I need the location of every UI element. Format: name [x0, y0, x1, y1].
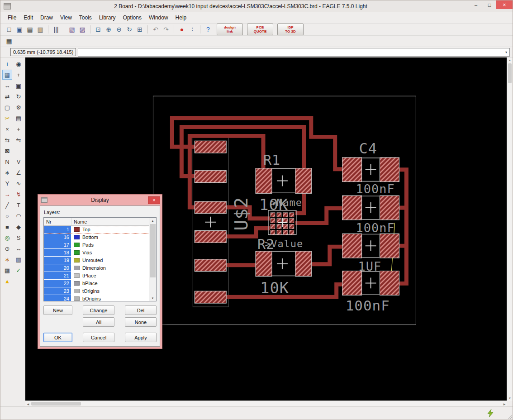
resize-grip[interactable]	[507, 414, 512, 419]
split-tool-button[interactable]: Y	[2, 178, 12, 188]
close-button[interactable]: ×	[496, 0, 513, 9]
new-button[interactable]: New	[43, 305, 72, 315]
zoom-fit-button[interactable]: ⊡	[93, 24, 103, 34]
ratsnest-tool-button[interactable]: ∗	[2, 254, 12, 264]
zoom-select-button[interactable]: ⊞	[135, 24, 145, 34]
info-tool-button[interactable]: i	[2, 59, 12, 69]
signal-tool-button[interactable]: S	[14, 233, 24, 243]
text-tool-button[interactable]: T	[14, 200, 24, 210]
none-button[interactable]: None	[125, 317, 157, 327]
zoom-in-button[interactable]: ⊕	[104, 24, 114, 34]
miter-tool-button[interactable]: ∠	[14, 167, 24, 177]
menu-item[interactable]: Tools	[76, 13, 95, 22]
palette-spacer[interactable]	[14, 146, 24, 156]
layer-row[interactable]: 20 Dimension	[44, 264, 149, 272]
drc-tool-button[interactable]: ▩	[2, 265, 12, 275]
circle-tool-button[interactable]: ○	[2, 211, 12, 221]
group-tool-button[interactable]: ▢	[2, 102, 12, 112]
mirror-tool-button[interactable]: ⇄	[2, 91, 12, 101]
move-tool-button[interactable]: ↔	[2, 81, 12, 91]
name-tool-button[interactable]: N	[2, 157, 12, 167]
layer-row[interactable]: 23 tOrigins	[44, 287, 149, 295]
via-tool-button[interactable]: ◎	[2, 233, 12, 243]
horizontal-scrollbar[interactable]: ◀ ▶	[25, 401, 507, 406]
layer-row[interactable]: 22 bPlace	[44, 280, 149, 287]
rect-tool-button[interactable]: ■	[2, 222, 12, 232]
open-board-button[interactable]: □	[4, 24, 14, 34]
display-tool-button[interactable]: ▦	[2, 70, 12, 80]
all-button[interactable]: All	[83, 317, 114, 327]
cut-tool-button[interactable]: ✂	[2, 113, 12, 123]
optimize-tool-button[interactable]: ∿	[14, 178, 24, 188]
scroll-up-icon[interactable]: ▲	[507, 57, 513, 63]
rotate-tool-button[interactable]: ↻	[14, 91, 24, 101]
sheet-preview-button[interactable]: ▧	[67, 24, 77, 34]
undo-button[interactable]: ↶	[151, 24, 161, 34]
vertical-scroll-thumb[interactable]	[508, 63, 512, 83]
arc-tool-button[interactable]: ◠	[14, 211, 24, 221]
dialog-title-bar[interactable]: Display ×	[40, 195, 160, 205]
add-tool-button[interactable]: +	[14, 124, 24, 134]
command-input[interactable]	[78, 49, 503, 55]
export-image-button[interactable]: ▥	[35, 24, 45, 34]
wire-tool-button[interactable]: ╱	[2, 200, 12, 210]
grid-button[interactable]: ▦	[4, 36, 14, 46]
idf-to-3d-button[interactable]: IDFTO 3D	[277, 24, 304, 35]
smash-tool-button[interactable]: ∗	[2, 167, 12, 177]
column-header-name[interactable]: Name	[71, 218, 149, 226]
ok-button[interactable]: OK	[43, 333, 72, 342]
layer-row[interactable]: 24 bOrigins	[44, 295, 149, 302]
layer-scroll-thumb[interactable]	[150, 224, 156, 277]
print-button[interactable]: ▤	[25, 24, 35, 34]
scroll-up-icon[interactable]: ▲	[149, 218, 156, 224]
menu-item[interactable]: Options	[119, 13, 145, 22]
layer-row[interactable]: 21 tPlace	[44, 272, 149, 280]
horizontal-scroll-thumb[interactable]	[31, 402, 81, 406]
scroll-right-icon[interactable]: ▶	[502, 401, 507, 406]
change-tool-button[interactable]: ⚙	[14, 102, 24, 112]
warning-icon[interactable]: ▲	[2, 276, 12, 286]
replace-tool-button[interactable]: ⇋	[14, 135, 24, 145]
hole-tool-button[interactable]: ⊙	[2, 243, 12, 253]
menu-item[interactable]: Edit	[20, 13, 37, 22]
menu-item[interactable]: Library	[95, 13, 119, 22]
errors-tool-button[interactable]: ✓	[14, 265, 24, 275]
go-button[interactable]: ∶	[187, 24, 197, 34]
route-tool-button[interactable]: →	[2, 189, 12, 199]
maximize-button[interactable]: □	[483, 0, 496, 9]
mark-tool-button[interactable]: +	[14, 70, 24, 80]
board-preview-button[interactable]: ▨	[77, 24, 87, 34]
zoom-out-button[interactable]: ⊖	[114, 24, 124, 34]
layer-row[interactable]: 18 Vias	[44, 249, 149, 257]
command-dropdown-icon[interactable]: ▾	[503, 50, 509, 54]
auto-tool-button[interactable]: ▥	[14, 254, 24, 264]
use-library-button[interactable]: |||	[51, 24, 61, 34]
layer-row[interactable]: 1 Top	[44, 226, 149, 234]
polygon-tool-button[interactable]: ◆	[14, 222, 24, 232]
scroll-left-icon[interactable]: ◀	[25, 401, 31, 406]
del-button[interactable]: Del	[125, 305, 157, 315]
minimize-button[interactable]: –	[469, 0, 483, 9]
pcb-quote-button[interactable]: PCBQUOTE	[247, 24, 273, 35]
show-tool-button[interactable]: ◉	[14, 59, 24, 69]
layer-list-scrollbar[interactable]: ▲ ▼	[149, 218, 156, 301]
menu-item[interactable]: Draw	[37, 13, 57, 22]
help-button[interactable]: ?	[203, 24, 213, 34]
apply-button[interactable]: Apply	[125, 333, 157, 342]
ripup-tool-button[interactable]: ↯	[14, 189, 24, 199]
dialog-close-button[interactable]: ×	[148, 196, 160, 204]
layer-row[interactable]: 19 Unrouted	[44, 257, 149, 264]
cancel-button[interactable]: Cancel	[83, 333, 114, 342]
layer-row[interactable]: 17 Pads	[44, 241, 149, 249]
column-header-nr[interactable]: Nr	[44, 218, 71, 226]
designlink-button[interactable]: designlink	[217, 24, 243, 35]
menu-item[interactable]: File	[4, 13, 20, 22]
menu-item[interactable]: View	[57, 13, 76, 22]
value-tool-button[interactable]: V	[14, 157, 24, 167]
zoom-redraw-button[interactable]: ↻	[124, 24, 134, 34]
menu-item[interactable]: Help	[172, 13, 190, 22]
menu-item[interactable]: Window	[145, 13, 172, 22]
dimension-tool-button[interactable]: ↔	[14, 243, 24, 253]
save-button[interactable]: ▣	[14, 24, 24, 34]
lock-tool-button[interactable]: ⊠	[2, 146, 12, 156]
